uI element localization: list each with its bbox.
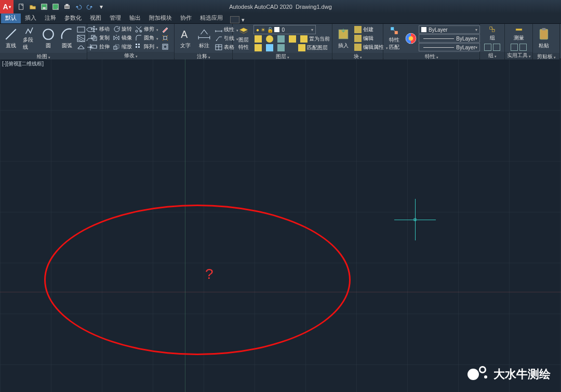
panel-annotation: A文字 标注 线性 引线 表格 注释 — [175, 24, 233, 59]
svg-point-7 — [43, 29, 54, 39]
panel-modify-title[interactable]: 修改 — [87, 52, 174, 59]
svg-rect-30 — [395, 31, 398, 34]
scale-button[interactable]: 缩放 — [112, 43, 133, 51]
match-layer-button[interactable]: 匹配图层 — [297, 44, 329, 52]
erase-icon[interactable] — [161, 25, 170, 33]
text-button[interactable]: A文字 — [177, 25, 194, 52]
svg-point-12 — [136, 30, 138, 32]
tab-collab[interactable]: 协作 — [176, 12, 196, 23]
lineweight-dropdown[interactable]: ByLayer — [419, 34, 480, 43]
drawing-canvas[interactable]: [-][俯视][二维线框] ? 大水牛测绘 — [0, 59, 561, 392]
svg-rect-5 — [65, 4, 68, 6]
group-button[interactable]: 组 — [484, 25, 501, 43]
svg-rect-20 — [136, 44, 137, 45]
svg-line-6 — [6, 29, 16, 39]
polyline-button[interactable]: 多段线 — [21, 25, 38, 52]
app-menu-button[interactable]: A — [0, 0, 14, 13]
panel-layers: 图层 特性 ● ☀ 🔓 0 置为当前 匹配图层 — [233, 24, 332, 59]
qat-saveas-icon[interactable] — [51, 2, 60, 11]
layer-properties-button[interactable]: 图层 特性 — [235, 25, 252, 52]
svg-rect-29 — [391, 27, 394, 30]
panel-draw: 直线 多段线 圆 圆弧 绘图 — [0, 24, 87, 59]
tab-extra-controls[interactable]: ▾ — [227, 16, 248, 23]
copy-button[interactable]: 复制 — [89, 34, 111, 42]
color-wheel-icon[interactable] — [404, 25, 418, 52]
layer-dropdown[interactable]: ● ☀ 🔓 0 — [253, 25, 316, 34]
layer-freeze-icon[interactable] — [265, 44, 274, 52]
window-title: Autodesk AutoCAD 2020 Drawing1.dwg — [229, 4, 332, 10]
annotation-ellipse — [44, 205, 351, 355]
tab-output[interactable]: 输出 — [125, 12, 145, 23]
select-icon[interactable] — [519, 44, 527, 51]
panel-properties: 特性 匹配 ByLayer ByLayer ByLayer 特性 — [383, 24, 480, 59]
explode-icon[interactable] — [161, 34, 170, 42]
match-properties-button[interactable]: 特性 匹配 — [385, 25, 403, 52]
qat-more-icon[interactable]: ▾ — [97, 2, 106, 11]
linetype-dropdown[interactable]: ByLayer — [419, 43, 480, 51]
fillet-button[interactable]: 圆角 — [134, 34, 159, 42]
color-dropdown[interactable]: ByLayer — [419, 25, 480, 34]
calculator-icon[interactable] — [511, 44, 518, 51]
draw-small-col1 — [77, 26, 85, 51]
qat-undo-icon[interactable] — [74, 2, 83, 11]
hatch-icon[interactable] — [77, 35, 85, 42]
panel-group-title[interactable]: 组 — [480, 52, 504, 59]
arc-button[interactable]: 圆弧 — [58, 25, 76, 52]
array-button[interactable]: 阵列 — [134, 43, 159, 51]
viewport-label[interactable]: [-][俯视][二维线框] — [2, 60, 44, 67]
svg-rect-25 — [164, 45, 167, 48]
layer-iso-icon[interactable] — [253, 35, 263, 43]
group-edit-icon[interactable] — [484, 44, 491, 51]
svg-rect-0 — [19, 4, 23, 10]
qat-plot-icon[interactable] — [62, 2, 72, 11]
tab-parametric[interactable]: 参数化 — [60, 12, 86, 23]
svg-rect-17 — [91, 45, 97, 48]
annotation-question-mark: ? — [205, 266, 213, 282]
stretch-button[interactable]: 拉伸 — [89, 43, 111, 51]
line-button[interactable]: 直线 — [2, 25, 20, 52]
svg-rect-9 — [77, 35, 85, 42]
panel-group: 组 组 — [480, 24, 505, 59]
tab-insert[interactable]: 插入 — [21, 12, 41, 23]
svg-rect-16 — [164, 36, 167, 39]
svg-rect-4 — [65, 5, 70, 8]
layer-lock-icon[interactable] — [276, 35, 286, 43]
layer-match-icon[interactable] — [288, 35, 297, 43]
paste-button[interactable]: 粘贴 — [535, 25, 553, 52]
ribbon-tabs: 默认 插入 注释 参数化 视图 管理 输出 附加模块 协作 精选应用 ▾ — [0, 13, 561, 24]
revcloud-icon[interactable] — [77, 44, 85, 51]
trim-button[interactable]: 修剪 — [134, 25, 159, 33]
qat-redo-icon[interactable] — [85, 2, 95, 11]
qat-save-icon[interactable] — [39, 2, 49, 11]
panel-block: 插入 创建 编辑 编辑属性 块 — [332, 24, 383, 59]
layer-state-icon[interactable] — [253, 44, 263, 52]
panel-clipboard: 粘贴 剪贴板 — [533, 24, 560, 59]
insert-block-button[interactable]: 插入 — [335, 25, 352, 52]
tab-view[interactable]: 视图 — [86, 12, 105, 23]
mirror-button[interactable]: 镜像 — [112, 34, 133, 42]
qat-new-icon[interactable] — [17, 2, 26, 11]
tab-manage[interactable]: 管理 — [105, 12, 125, 23]
svg-rect-8 — [77, 27, 85, 32]
tab-default[interactable]: 默认 — [1, 12, 21, 23]
offset-icon[interactable] — [161, 43, 170, 51]
rotate-button[interactable]: 旋转 — [112, 25, 133, 33]
layout-toggle-icon[interactable] — [230, 16, 239, 23]
rectangle-icon[interactable] — [77, 26, 85, 33]
quick-access-toolbar: ▾ — [15, 2, 108, 11]
tab-featured[interactable]: 精选应用 — [196, 12, 227, 23]
layer-off-icon[interactable] — [265, 35, 274, 43]
dimension-button[interactable]: 标注 — [195, 25, 213, 52]
move-button[interactable]: 移动 — [89, 25, 111, 33]
make-current-button[interactable]: 置为当前 — [299, 35, 331, 43]
tab-addins[interactable]: 附加模块 — [145, 12, 176, 23]
tab-annotate[interactable]: 注释 — [41, 12, 60, 23]
circle-button[interactable]: 圆 — [39, 25, 57, 52]
measure-button[interactable]: 测量 — [510, 25, 528, 43]
ungroup-icon[interactable] — [493, 44, 500, 51]
layer-unlock-icon[interactable] — [276, 44, 286, 52]
panel-utilities: 测量 实用工具 — [505, 24, 533, 59]
qat-open-icon[interactable] — [28, 2, 37, 11]
panel-utilities-title[interactable]: 实用工具 — [505, 52, 532, 59]
svg-text:A: A — [181, 29, 188, 40]
